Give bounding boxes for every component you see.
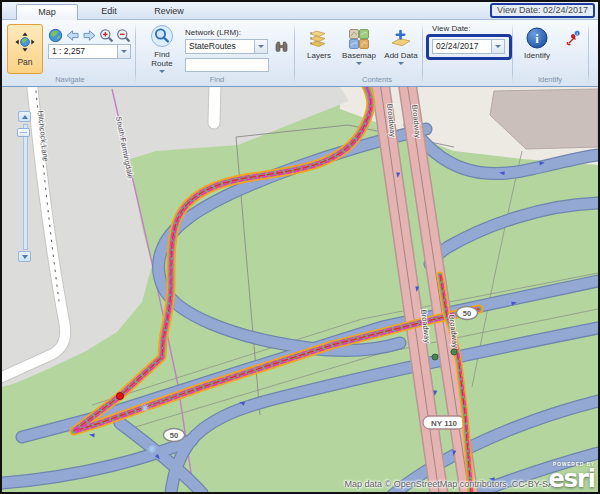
chevron-down-icon [258,45,264,48]
identify-button-label: Identify [524,51,550,60]
map-shield-50-west: 50 [164,429,185,442]
find-route-button[interactable]: Find Route [142,24,182,73]
shield-50-label: 50 [463,309,471,318]
tab-map[interactable]: Map [16,4,78,20]
view-date-highlight-ring [426,34,512,60]
zoom-in-icon[interactable] [99,28,114,43]
group-separator [422,23,423,83]
view-date-callout: View Date: 02/24/2017 [490,3,595,18]
ribbon-tab-bar: Map Edit Review View Date: 02/24/2017 [2,2,598,20]
map-viewport[interactable]: NY 110 [2,87,598,492]
map-route-node [432,354,438,360]
application-window: Map Edit Review View Date: 02/24/2017 Pa… [0,0,600,494]
zoom-slider-track[interactable] [23,124,28,250]
esri-brand-text: esri [548,467,595,491]
shield-50-label: 50 [170,431,178,440]
basemap-button-label: Basemap [342,51,376,60]
map-scale-value[interactable]: 1 : 2,257 [48,44,118,59]
identify-button[interactable]: i Identify [518,27,556,60]
identify-info-icon: i [526,27,548,51]
network-combo-dropdown-button[interactable] [255,39,268,54]
add-data-button-label: Add Data [384,51,417,60]
find-route-label-line2: Route [151,59,172,68]
svg-text:i: i [577,31,578,36]
pin-info-icon[interactable]: i [564,30,581,47]
map-shield-50-east: 50 [457,307,478,320]
ribbon: Pan 1 : 2,257 Navigate [2,20,598,87]
next-extent-arrow-icon[interactable] [82,28,97,43]
tab-edit[interactable]: Edit [86,4,132,20]
map-canvas[interactable]: NY 110 [2,87,598,492]
group-label-navigate: Navigate [16,75,124,84]
chevron-down-icon [159,70,165,73]
group-separator [135,23,136,83]
map-scale-dropdown-button[interactable] [118,44,131,59]
zoom-slider-up-button[interactable] [18,111,31,122]
network-combo[interactable]: StateRoutes [185,39,268,54]
layers-button[interactable]: Layers [301,29,337,60]
chevron-down-icon [121,50,127,53]
layers-button-label: Layers [307,51,331,60]
chevron-down-icon [22,255,28,259]
add-data-button[interactable]: Add Data [381,29,421,65]
globe-icon[interactable] [48,28,63,43]
basemap-button[interactable]: Basemap [340,29,378,65]
chevron-up-icon [22,115,28,119]
layers-icon [309,29,329,51]
group-label-identify: Identify [514,75,586,84]
pan-icon [15,32,35,54]
map-attribution: Map data © OpenStreetMap contributors, C… [345,479,554,489]
chevron-down-icon [356,62,362,65]
network-combo-value[interactable]: StateRoutes [185,39,255,54]
zoom-out-icon[interactable] [116,28,131,43]
chevron-down-icon [398,62,404,65]
map-route-endpoint-marker [117,393,124,400]
group-separator [294,23,295,83]
esri-logo: POWERED BY esri [548,462,595,491]
route-search-input[interactable] [185,58,269,72]
group-label-contents: Contents [322,75,432,84]
zoom-slider-thumb[interactable] [17,128,30,137]
group-label-find: Find [162,75,272,84]
map-route-node [451,349,457,355]
basemap-tiles-icon [349,29,369,51]
tab-review[interactable]: Review [140,4,198,20]
view-date-label: View Date: [432,24,471,33]
binoculars-icon[interactable] [274,39,289,54]
find-route-magnifier-icon [150,24,174,50]
map-shield-ny110: NY 110 [423,416,465,429]
map-scale-combo[interactable]: 1 : 2,257 [48,44,131,59]
ny110-shield-label: NY 110 [431,419,458,428]
previous-extent-arrow-icon[interactable] [65,28,80,43]
group-separator [588,23,589,83]
pan-button[interactable]: Pan [7,24,43,74]
pan-button-label: Pan [17,57,32,67]
add-data-icon [390,29,412,51]
svg-text:i: i [535,31,539,46]
network-lrm-label: Network (LRM): [185,28,241,37]
find-route-label-line1: Find [154,50,170,59]
group-separator [512,23,513,83]
zoom-slider-down-button[interactable] [18,251,31,262]
